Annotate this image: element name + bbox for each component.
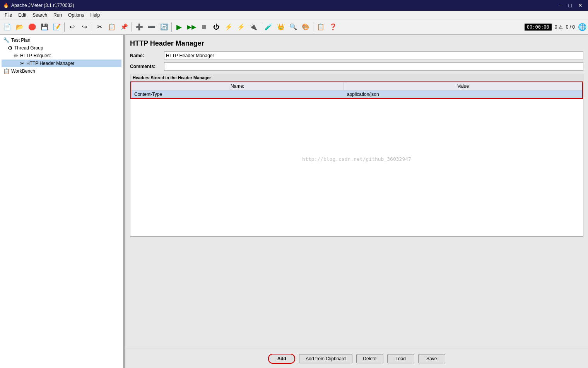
separator-3	[132, 22, 132, 32]
menu-options[interactable]: Options	[65, 12, 87, 19]
http-header-manager-icon: ✂	[20, 60, 25, 66]
tree-label-http-header-manager: HTTP Header Manager	[26, 61, 75, 66]
collapse-button[interactable]: ➖	[146, 21, 157, 33]
delete-button[interactable]: Delete	[356, 354, 383, 363]
menu-file[interactable]: File	[2, 12, 15, 19]
elapsed-time: 00:00:00	[525, 24, 552, 31]
refresh-button[interactable]: 🔄	[158, 21, 170, 33]
comments-input[interactable]	[164, 62, 583, 71]
expand-button[interactable]: ➕	[133, 21, 145, 33]
menu-bar: File Edit Search Run Options Help	[0, 11, 588, 19]
paste-button[interactable]: 📌	[118, 21, 130, 33]
toolbar: 📄 📂 🛑 💾 📝 ↩ ↪ ✂ 📋 📌 ➕ ➖ 🔄 ▶ ▶▶ ⏹ ⏻ ⚡ ⚡ 🔌…	[0, 19, 588, 35]
tree-label-test-plan: Test Plan	[11, 37, 30, 43]
header-name-cell: Content-Type	[131, 90, 344, 99]
headers-title: Headers Stored in the Header Manager	[130, 74, 583, 82]
remote-start-all-button[interactable]: ⚡	[235, 21, 247, 33]
add-button[interactable]: Add	[268, 354, 295, 364]
minimize-button[interactable]: –	[557, 2, 565, 9]
name-input[interactable]	[164, 51, 583, 60]
tree-item-test-plan[interactable]: 🔧 Test Plan	[2, 36, 121, 44]
comments-label: Comments:	[130, 64, 161, 69]
column-name-header: Name:	[131, 82, 344, 90]
separator-6	[313, 22, 313, 32]
headers-table: Name: Value Content-Type application/jso…	[130, 82, 583, 99]
tree-item-http-header-manager[interactable]: ✂ HTTP Header Manager	[2, 60, 121, 67]
workbench-icon: 📋	[3, 68, 10, 74]
toolbar-right: 00:00:00 0 ⚠ 0 / 0 🌐	[525, 23, 586, 31]
column-value-header: Value	[344, 82, 583, 90]
menu-search[interactable]: Search	[29, 12, 50, 19]
error-count: 0 ⚠	[555, 24, 563, 30]
help-button[interactable]: ❓	[327, 21, 339, 33]
tree-label-workbench: WorkBench	[11, 68, 35, 74]
panel-title: HTTP Header Manager	[130, 39, 583, 48]
start-button[interactable]: ▶	[173, 21, 185, 33]
title-bar-left: 🔥 Apache JMeter (3.1 r1770033)	[3, 3, 74, 8]
maximize-button[interactable]: □	[566, 2, 574, 9]
comments-row: Comments:	[130, 62, 583, 71]
header-value-cell: application/json	[344, 90, 583, 99]
analyze-button[interactable]: 🧪	[263, 21, 274, 33]
menu-help[interactable]: Help	[87, 12, 103, 19]
menu-edit[interactable]: Edit	[15, 12, 29, 19]
stop-button[interactable]: ⏹	[198, 21, 210, 33]
thread-group-icon: ⚙	[8, 45, 13, 51]
tree-item-workbench[interactable]: 📋 WorkBench	[2, 67, 121, 75]
separator-5	[261, 22, 261, 32]
remote-start-button[interactable]: ⚡	[223, 21, 234, 33]
main-layout: 🔧 Test Plan ⚙ Thread Group ✏ HTTP Reques…	[0, 35, 588, 368]
test-count: 0 / 0	[566, 24, 575, 30]
menu-run[interactable]: Run	[50, 12, 65, 19]
globe-icon: 🌐	[578, 23, 586, 31]
close-button[interactable]: ✕	[576, 2, 585, 9]
right-panel: HTTP Header Manager Name: Comments: Head…	[125, 35, 588, 368]
tree-label-thread-group: Thread Group	[14, 45, 43, 51]
test-plan-icon: 🔧	[3, 37, 10, 43]
undo-button[interactable]: ↩	[66, 21, 78, 33]
edit-button[interactable]: 📝	[51, 21, 63, 33]
paint-button[interactable]: 🎨	[300, 21, 311, 33]
name-row: Name:	[130, 51, 583, 60]
add-from-clipboard-button[interactable]: Add from Clipboard	[299, 354, 352, 363]
list-button[interactable]: 📋	[315, 21, 326, 33]
tree-item-http-request[interactable]: ✏ HTTP Request	[2, 52, 121, 60]
tree-label-http-request: HTTP Request	[20, 53, 51, 58]
separator-1	[64, 22, 65, 32]
stop-icon-button[interactable]: 🛑	[26, 21, 38, 33]
title-text: Apache JMeter (3.1 r1770033)	[11, 3, 74, 8]
new-button[interactable]: 📄	[2, 21, 13, 33]
title-bar-controls[interactable]: – □ ✕	[557, 2, 585, 9]
save-button[interactable]: 💾	[39, 21, 50, 33]
tree-item-thread-group[interactable]: ⚙ Thread Group	[2, 44, 121, 52]
save-config-button[interactable]: Save	[418, 354, 445, 363]
cut-button[interactable]: ✂	[94, 21, 105, 33]
name-label: Name:	[130, 53, 161, 58]
bottom-bar: Add Add from Clipboard Delete Load Save	[125, 349, 588, 368]
load-button[interactable]: Load	[387, 354, 414, 363]
title-bar: 🔥 Apache JMeter (3.1 r1770033) – □ ✕	[0, 0, 588, 11]
left-panel: 🔧 Test Plan ⚙ Thread Group ✏ HTTP Reques…	[0, 35, 124, 368]
watermark: http://blog.csdn.net/github_36032947	[302, 156, 411, 162]
remote-stop-button[interactable]: 🔌	[248, 21, 259, 33]
http-request-icon: ✏	[14, 53, 19, 59]
separator-4	[171, 22, 172, 32]
app-icon: 🔥	[3, 3, 9, 8]
shutdown-button[interactable]: ⏻	[210, 21, 222, 33]
headers-section: Headers Stored in the Header Manager Nam…	[130, 74, 583, 237]
separator-2	[92, 22, 92, 32]
table-row[interactable]: Content-Type application/json	[131, 90, 583, 99]
copy-button[interactable]: 📋	[106, 21, 118, 33]
crown-button[interactable]: 👑	[275, 21, 287, 33]
start-no-pauses-button[interactable]: ▶▶	[186, 21, 197, 33]
content-area: HTTP Header Manager Name: Comments: Head…	[125, 35, 588, 349]
glasses-button[interactable]: 🔍	[287, 21, 299, 33]
redo-button[interactable]: ↪	[79, 21, 90, 33]
open-button[interactable]: 📂	[14, 21, 26, 33]
